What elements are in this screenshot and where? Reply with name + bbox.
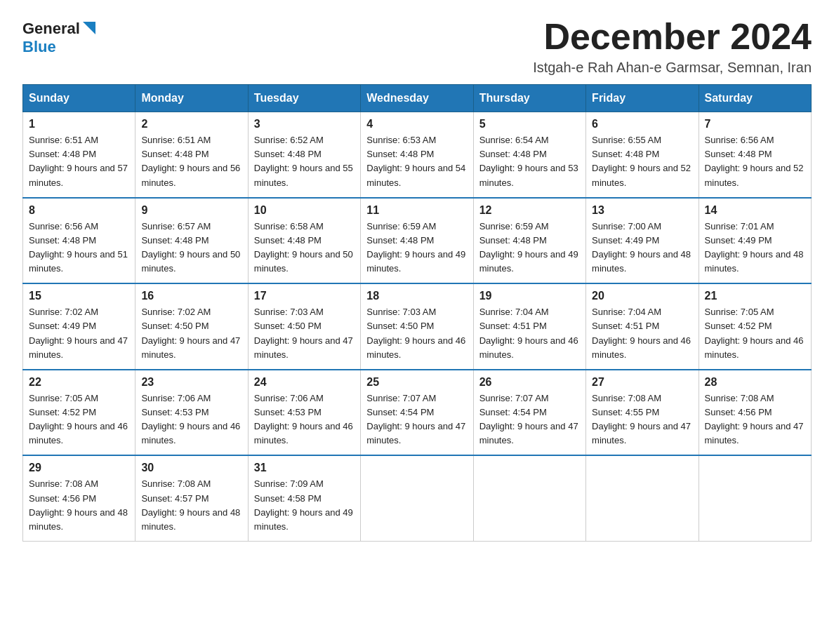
day-number: 30 xyxy=(141,462,241,474)
day-number: 26 xyxy=(479,376,580,389)
day-info: Sunrise: 7:07 AMSunset: 4:54 PMDaylight:… xyxy=(366,391,467,448)
day-number: 14 xyxy=(705,204,805,217)
day-number: 16 xyxy=(141,290,241,302)
day-number: 13 xyxy=(592,204,692,217)
weekday-header-saturday: Saturday xyxy=(699,85,811,112)
calendar-cell: 1Sunrise: 6:51 AMSunset: 4:48 PMDaylight… xyxy=(23,112,135,198)
calendar-cell: 14Sunrise: 7:01 AMSunset: 4:49 PMDayligh… xyxy=(699,198,811,284)
day-info: Sunrise: 6:52 AMSunset: 4:48 PMDaylight:… xyxy=(254,133,355,190)
day-number: 31 xyxy=(254,462,355,474)
day-info: Sunrise: 7:08 AMSunset: 4:56 PMDaylight:… xyxy=(29,477,129,534)
calendar-cell: 13Sunrise: 7:00 AMSunset: 4:49 PMDayligh… xyxy=(586,198,699,284)
weekday-header-monday: Monday xyxy=(135,85,248,112)
logo-blue-text: Blue xyxy=(22,38,56,56)
month-title: December 2024 xyxy=(533,17,812,57)
day-info: Sunrise: 6:55 AMSunset: 4:48 PMDaylight:… xyxy=(592,133,692,190)
day-number: 15 xyxy=(29,290,129,302)
day-info: Sunrise: 7:06 AMSunset: 4:53 PMDaylight:… xyxy=(141,391,241,448)
calendar-cell: 12Sunrise: 6:59 AMSunset: 4:48 PMDayligh… xyxy=(473,198,585,284)
day-info: Sunrise: 7:05 AMSunset: 4:52 PMDaylight:… xyxy=(29,391,129,448)
day-info: Sunrise: 7:08 AMSunset: 4:56 PMDaylight:… xyxy=(705,391,805,448)
day-number: 24 xyxy=(254,376,355,389)
logo-general-text: General xyxy=(22,20,80,38)
calendar-week-5: 29Sunrise: 7:08 AMSunset: 4:56 PMDayligh… xyxy=(23,455,812,541)
day-info: Sunrise: 6:56 AMSunset: 4:48 PMDaylight:… xyxy=(29,220,129,276)
calendar-body: 1Sunrise: 6:51 AMSunset: 4:48 PMDaylight… xyxy=(23,112,812,542)
weekday-header-sunday: Sunday xyxy=(23,85,135,112)
day-info: Sunrise: 6:51 AMSunset: 4:48 PMDaylight:… xyxy=(141,133,241,190)
calendar-cell: 2Sunrise: 6:51 AMSunset: 4:48 PMDaylight… xyxy=(135,112,248,198)
day-info: Sunrise: 7:00 AMSunset: 4:49 PMDaylight:… xyxy=(592,220,692,276)
weekday-header-friday: Friday xyxy=(586,85,699,112)
calendar-cell: 5Sunrise: 6:54 AMSunset: 4:48 PMDaylight… xyxy=(473,112,585,198)
day-number: 28 xyxy=(705,376,805,389)
calendar-cell: 7Sunrise: 6:56 AMSunset: 4:48 PMDaylight… xyxy=(699,112,811,198)
calendar-cell: 9Sunrise: 6:57 AMSunset: 4:48 PMDaylight… xyxy=(135,198,248,284)
day-info: Sunrise: 7:01 AMSunset: 4:49 PMDaylight:… xyxy=(705,220,805,276)
day-number: 3 xyxy=(254,118,355,130)
day-info: Sunrise: 6:56 AMSunset: 4:48 PMDaylight:… xyxy=(705,133,805,190)
day-number: 9 xyxy=(141,204,241,217)
day-number: 19 xyxy=(479,290,580,302)
day-number: 6 xyxy=(592,118,692,130)
day-number: 21 xyxy=(705,290,805,302)
day-number: 27 xyxy=(592,376,692,389)
calendar-cell: 27Sunrise: 7:08 AMSunset: 4:55 PMDayligh… xyxy=(586,370,699,456)
day-info: Sunrise: 7:04 AMSunset: 4:51 PMDaylight:… xyxy=(592,305,692,362)
day-number: 12 xyxy=(479,204,580,217)
day-number: 7 xyxy=(705,118,805,130)
day-number: 29 xyxy=(29,462,129,474)
day-info: Sunrise: 6:53 AMSunset: 4:48 PMDaylight:… xyxy=(366,133,467,190)
day-number: 23 xyxy=(141,376,241,389)
calendar-cell: 31Sunrise: 7:09 AMSunset: 4:58 PMDayligh… xyxy=(248,455,360,541)
calendar-week-2: 8Sunrise: 6:56 AMSunset: 4:48 PMDaylight… xyxy=(23,198,812,284)
calendar-week-1: 1Sunrise: 6:51 AMSunset: 4:48 PMDaylight… xyxy=(23,112,812,198)
calendar-cell: 4Sunrise: 6:53 AMSunset: 4:48 PMDaylight… xyxy=(361,112,473,198)
calendar-cell xyxy=(473,455,585,541)
weekday-header-wednesday: Wednesday xyxy=(361,85,473,112)
calendar-cell: 6Sunrise: 6:55 AMSunset: 4:48 PMDaylight… xyxy=(586,112,699,198)
page-header: General Blue December 2024 Istgah-e Rah … xyxy=(22,17,812,76)
calendar-cell: 29Sunrise: 7:08 AMSunset: 4:56 PMDayligh… xyxy=(23,455,135,541)
day-info: Sunrise: 7:08 AMSunset: 4:55 PMDaylight:… xyxy=(592,391,692,448)
calendar-week-3: 15Sunrise: 7:02 AMSunset: 4:49 PMDayligh… xyxy=(23,283,812,370)
day-number: 17 xyxy=(254,290,355,302)
calendar-cell: 25Sunrise: 7:07 AMSunset: 4:54 PMDayligh… xyxy=(361,370,473,456)
day-number: 8 xyxy=(29,204,129,217)
calendar-cell: 24Sunrise: 7:06 AMSunset: 4:53 PMDayligh… xyxy=(248,370,360,456)
day-info: Sunrise: 6:58 AMSunset: 4:48 PMDaylight:… xyxy=(254,220,355,276)
calendar-cell xyxy=(699,455,811,541)
day-number: 1 xyxy=(29,118,129,130)
day-info: Sunrise: 6:54 AMSunset: 4:48 PMDaylight:… xyxy=(479,133,580,190)
calendar-cell: 18Sunrise: 7:03 AMSunset: 4:50 PMDayligh… xyxy=(361,283,473,370)
day-info: Sunrise: 6:59 AMSunset: 4:48 PMDaylight:… xyxy=(479,220,580,276)
calendar-cell: 22Sunrise: 7:05 AMSunset: 4:52 PMDayligh… xyxy=(23,370,135,456)
location-subtitle: Istgah-e Rah Ahan-e Garmsar, Semnan, Ira… xyxy=(533,60,812,76)
calendar-week-4: 22Sunrise: 7:05 AMSunset: 4:52 PMDayligh… xyxy=(23,370,812,456)
calendar-header: SundayMondayTuesdayWednesdayThursdayFrid… xyxy=(23,85,812,112)
calendar-cell: 3Sunrise: 6:52 AMSunset: 4:48 PMDaylight… xyxy=(248,112,360,198)
calendar-cell: 8Sunrise: 6:56 AMSunset: 4:48 PMDaylight… xyxy=(23,198,135,284)
day-info: Sunrise: 6:59 AMSunset: 4:48 PMDaylight:… xyxy=(366,220,467,276)
weekday-header-thursday: Thursday xyxy=(473,85,585,112)
weekday-header-row: SundayMondayTuesdayWednesdayThursdayFrid… xyxy=(23,85,812,112)
day-info: Sunrise: 6:57 AMSunset: 4:48 PMDaylight:… xyxy=(141,220,241,276)
logo: General Blue xyxy=(22,20,95,56)
calendar-cell: 26Sunrise: 7:07 AMSunset: 4:54 PMDayligh… xyxy=(473,370,585,456)
day-info: Sunrise: 7:02 AMSunset: 4:50 PMDaylight:… xyxy=(141,305,241,362)
calendar-cell: 16Sunrise: 7:02 AMSunset: 4:50 PMDayligh… xyxy=(135,283,248,370)
day-info: Sunrise: 7:05 AMSunset: 4:52 PMDaylight:… xyxy=(705,305,805,362)
calendar-cell: 28Sunrise: 7:08 AMSunset: 4:56 PMDayligh… xyxy=(699,370,811,456)
day-info: Sunrise: 6:51 AMSunset: 4:48 PMDaylight:… xyxy=(29,133,129,190)
day-number: 11 xyxy=(366,204,467,217)
day-number: 22 xyxy=(29,376,129,389)
day-info: Sunrise: 7:07 AMSunset: 4:54 PMDaylight:… xyxy=(479,391,580,448)
calendar-cell: 15Sunrise: 7:02 AMSunset: 4:49 PMDayligh… xyxy=(23,283,135,370)
calendar-cell: 21Sunrise: 7:05 AMSunset: 4:52 PMDayligh… xyxy=(699,283,811,370)
day-number: 25 xyxy=(366,376,467,389)
calendar-cell xyxy=(361,455,473,541)
day-info: Sunrise: 7:03 AMSunset: 4:50 PMDaylight:… xyxy=(254,305,355,362)
calendar-cell: 23Sunrise: 7:06 AMSunset: 4:53 PMDayligh… xyxy=(135,370,248,456)
weekday-header-tuesday: Tuesday xyxy=(248,85,360,112)
calendar-cell: 17Sunrise: 7:03 AMSunset: 4:50 PMDayligh… xyxy=(248,283,360,370)
